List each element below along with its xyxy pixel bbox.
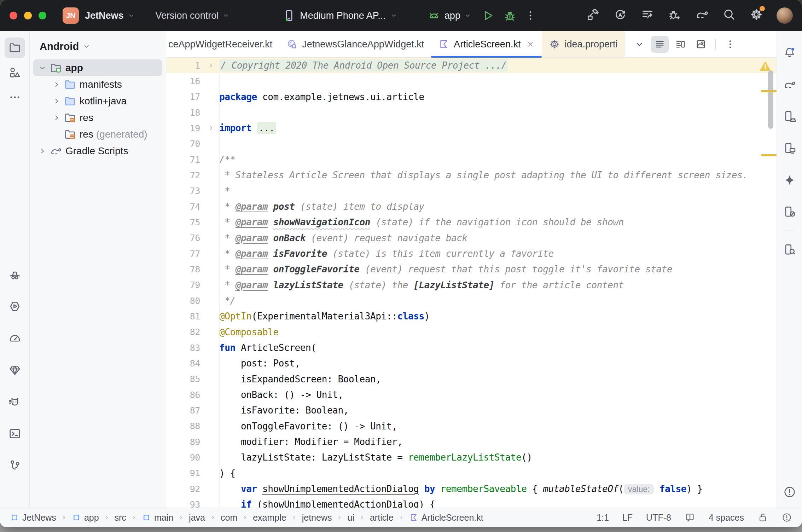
breadcrumb-item-src[interactable]: src [115,513,126,523]
error-indicator-widget[interactable] [781,512,792,523]
device-selector[interactable]: Medium Phone AP... [282,9,398,22]
editor-tab-idea-properti[interactable]: idea.properti [542,31,624,57]
code-line-88[interactable]: 88 onToggleFavorite: () -> Unit, [166,418,777,434]
code-line-19[interactable]: 19import ... [166,120,777,136]
line-number[interactable]: 84 [166,358,203,369]
chevron-down-icon[interactable] [36,63,49,73]
line-number[interactable]: 87 [166,405,203,416]
breadcrumb-item-ui[interactable]: ui [347,513,354,523]
line-separator-widget[interactable]: LF [622,513,633,523]
code-line-77[interactable]: 77 * @param isFavorite (state) is this i… [166,246,777,261]
code-line-18[interactable]: 18 [166,105,777,120]
line-number[interactable]: 17 [166,92,203,102]
more-vertical-button[interactable] [721,36,739,53]
code-line-83[interactable]: 83fun ArticleScreen( [166,340,777,355]
tool-window-button-device-manager[interactable] [782,109,797,124]
line-number[interactable]: 82 [166,327,203,337]
attach-debugger-button[interactable] [668,7,682,24]
run-button[interactable] [480,7,496,24]
code-line-86[interactable]: 86 onBack: () -> Unit, [166,387,777,403]
sync-gradle-button[interactable] [695,7,709,24]
list-view-button[interactable] [651,36,669,53]
code-line-1[interactable]: 1/ Copyright 2020 The Android Open Sourc… [166,58,777,73]
tree-item-app[interactable]: app [33,59,162,76]
tool-window-button-logcat-cat[interactable] [5,392,25,412]
line-number[interactable]: 71 [166,155,203,165]
tool-window-button-incognito[interactable] [5,264,25,285]
tree-item-manifests[interactable]: manifests [33,76,162,93]
code-line-92[interactable]: 92 var showUnimplementedActionDialog by … [166,481,777,497]
tool-window-button-resource-manager[interactable] [5,62,25,83]
inspection-warning-icon[interactable] [759,60,772,73]
code-line-82[interactable]: 82@Composable [166,324,777,340]
line-number[interactable]: 70 [166,139,203,149]
image-view-button[interactable] [692,36,710,53]
tool-window-button-profiler-gauge[interactable] [5,328,25,348]
fold-chevron-icon[interactable] [203,62,219,69]
tree-item-gradle-scripts[interactable]: Gradle Scripts [33,143,162,159]
tool-window-button-project-folder[interactable] [5,37,25,58]
tool-window-button-running-devices[interactable] [782,140,797,156]
line-number[interactable]: 18 [166,108,203,118]
line-number[interactable]: 85 [166,374,203,384]
breadcrumb-item-app[interactable]: app [72,513,99,523]
line-number[interactable]: 81 [166,311,203,322]
line-number[interactable]: 75 [166,217,203,227]
code-line-76[interactable]: 76 * @param onBack (event) request navig… [166,230,777,246]
line-number[interactable]: 88 [166,421,203,431]
line-number[interactable]: 73 [166,186,203,196]
line-number[interactable]: 86 [166,390,203,400]
debug-button[interactable] [501,7,518,24]
breadcrumb-item-jetnews[interactable]: JetNews [10,513,56,523]
line-number[interactable]: 79 [166,280,203,290]
line-number[interactable]: 90 [166,452,203,463]
close-window-button[interactable] [10,12,17,19]
line-number[interactable]: 74 [166,202,203,212]
tool-window-button-device-mirroring[interactable] [782,204,797,220]
code-line-89[interactable]: 89 modifier: Modifier = Modifier, [166,434,777,450]
line-number[interactable]: 76 [166,233,203,243]
more-run-actions-button[interactable] [522,7,539,24]
hidden-tabs-button[interactable] [630,36,648,53]
editor-tab-articlescreen-kt[interactable]: ArticleScreen.kt [431,31,542,57]
minimize-window-button[interactable] [24,12,32,19]
code-line-72[interactable]: 72 * Stateless Article Screen that displ… [166,167,777,183]
tool-window-button-problems[interactable] [782,484,797,500]
code-line-16[interactable]: 16 [166,73,777,89]
breadcrumb-item-example[interactable]: example [253,513,286,523]
close-tab-icon[interactable] [526,40,535,48]
tree-item-res[interactable]: res [33,109,162,126]
tool-window-button-version-control-branch[interactable] [5,455,25,476]
code-line-78[interactable]: 78 * @param onToggleFavorite (event) req… [166,261,777,277]
version-control-menu[interactable]: Version control [156,10,230,21]
run-configuration-selector[interactable]: app [427,8,472,23]
file-encoding-widget[interactable]: UTF-8 [646,513,671,523]
code-line-90[interactable]: 90 lazyListState: LazyListState = rememb… [166,450,777,465]
indent-setting-widget[interactable]: 4 spaces [709,513,744,523]
line-number[interactable]: 93 [166,499,203,508]
tool-window-button-gradle-elephant[interactable] [782,77,797,92]
breadcrumb-item-articlescreen-kt[interactable]: ArticleScreen.kt [409,513,483,523]
search-everywhere-button[interactable] [722,7,736,24]
line-number[interactable]: 89 [166,437,203,447]
editor-tab-ceappwidgetreceiver-kt[interactable]: ceAppWidgetReceiver.kt [166,31,279,57]
inspections-widget-widget[interactable] [685,512,695,523]
line-number[interactable]: 19 [166,123,203,133]
line-number[interactable]: 91 [166,468,203,478]
code-line-79[interactable]: 79 * @param lazyListState (state) the [L… [166,277,777,293]
tool-window-button-terminal[interactable] [5,423,25,444]
profiler-button[interactable] [640,7,655,24]
tree-item-kotlin-java[interactable]: kotlin+java [33,93,162,109]
chevron-right-icon[interactable] [36,146,49,156]
tree-item-res[interactable]: res(generated) [33,126,162,143]
line-number[interactable]: 77 [166,249,203,259]
code-line-87[interactable]: 87 isFavorite: Boolean, [166,403,777,418]
code-line-17[interactable]: 17package com.example.jetnews.ui.article [166,89,777,105]
line-number[interactable]: 78 [166,264,203,274]
line-number[interactable]: 92 [166,484,203,494]
breadcrumb-item-java[interactable]: java [189,513,205,523]
line-number[interactable]: 83 [166,343,203,353]
caret-position-widget[interactable]: 1:1 [597,513,609,523]
code-line-81[interactable]: 81@OptIn(ExperimentalMaterial3Api::class… [166,308,777,324]
apply-changes-button[interactable] [613,7,627,24]
